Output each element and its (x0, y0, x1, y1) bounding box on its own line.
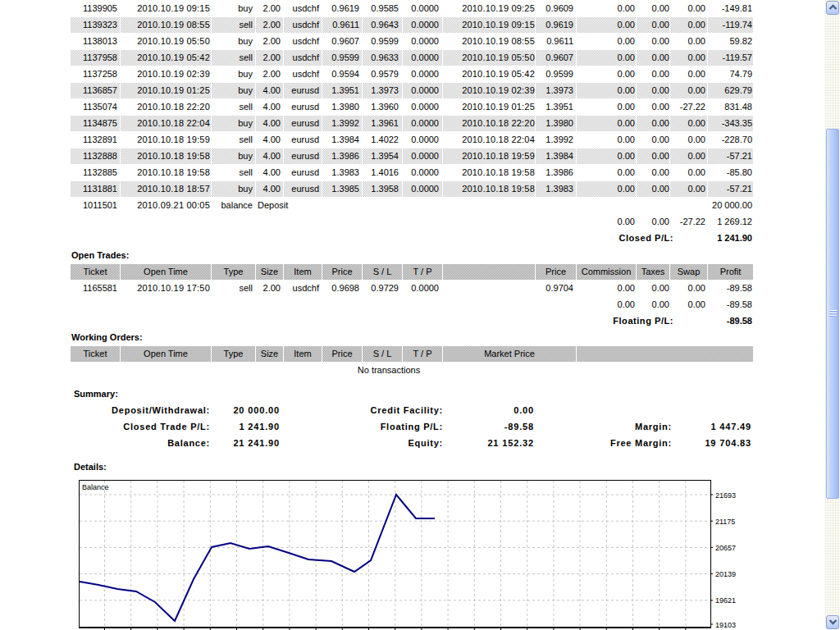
svg-text:19621: 19621 (715, 596, 736, 605)
svg-text:20657: 20657 (715, 544, 736, 552)
svg-text:Balance: Balance (82, 483, 109, 491)
svg-text:20139: 20139 (715, 570, 736, 578)
svg-text:19103: 19103 (715, 621, 736, 629)
svg-text:21175: 21175 (715, 518, 735, 526)
svg-text:21693: 21693 (715, 491, 736, 500)
